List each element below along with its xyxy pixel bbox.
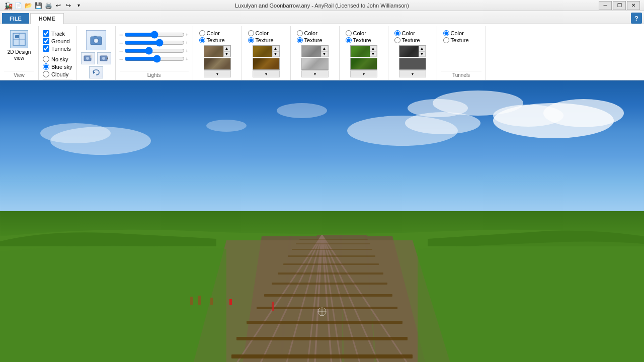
- underside-radios: Color Texture: [394, 30, 431, 43]
- sleepers-arrow-up[interactable]: ▲: [272, 46, 279, 51]
- restore-button[interactable]: ❐: [613, 1, 626, 10]
- sleepers-color-radio[interactable]: [248, 30, 254, 36]
- underside-dropdown-button[interactable]: ▾: [399, 70, 426, 77]
- help-button[interactable]: ?: [631, 13, 642, 24]
- ground-texture-radio-label[interactable]: Texture: [346, 37, 382, 43]
- sleepers-texture-radio[interactable]: [248, 37, 254, 43]
- print-icon[interactable]: 🖨️: [44, 2, 52, 10]
- sky-nosky-radio[interactable]: [43, 56, 49, 62]
- tunnels-group-content: Color Texture: [441, 26, 481, 71]
- ground-ct-group: Color Texture ▲: [344, 28, 384, 79]
- track-swatch-bottom[interactable]: [301, 58, 329, 70]
- redo-icon[interactable]: ↪: [64, 2, 72, 10]
- tunnels-texture-radio[interactable]: [443, 37, 449, 43]
- ground-dropdown-button[interactable]: ▾: [350, 70, 377, 77]
- light-range-2[interactable]: [124, 39, 185, 46]
- sky-nosky-label: No sky: [51, 56, 68, 62]
- app-icon: 🚂: [4, 2, 12, 10]
- light-range-4[interactable]: [124, 55, 185, 62]
- tunnels-color-label: Color: [451, 30, 464, 36]
- tab-file[interactable]: FILE: [2, 13, 29, 24]
- roadbed-swatch-row2: [204, 58, 231, 70]
- underside-group-content: Color Texture ▲: [392, 26, 433, 81]
- track-arrow-up[interactable]: ▲: [321, 46, 328, 51]
- roadbed-texture-radio[interactable]: [199, 37, 205, 43]
- minimize-button[interactable]: ─: [599, 1, 612, 10]
- underside-texture-radio-label[interactable]: Texture: [394, 37, 431, 43]
- light-range-3[interactable]: [124, 47, 185, 54]
- sky-cloudy-radio[interactable]: [43, 71, 49, 77]
- roadbed-dropdown-button[interactable]: ▾: [204, 70, 231, 77]
- track-color-radio[interactable]: [297, 30, 303, 36]
- show-ground-item: Ground: [43, 38, 72, 44]
- sleepers-arrow-down[interactable]: ▼: [272, 51, 279, 57]
- roadbed-swatch-top[interactable]: ▲ ▼: [204, 45, 231, 57]
- ground-swatch-bottom[interactable]: [350, 58, 377, 70]
- sleepers-texture-radio-label[interactable]: Texture: [248, 37, 284, 43]
- track-swatch-top[interactable]: ▲ ▼: [301, 45, 329, 57]
- ground-texture-radio[interactable]: [346, 37, 352, 43]
- open-icon[interactable]: 📂: [24, 2, 32, 10]
- track-scene-svg: [0, 80, 644, 362]
- tunnels-color-radio[interactable]: [443, 30, 449, 36]
- svg-rect-51: [229, 299, 232, 305]
- ground-color-radio-label[interactable]: Color: [346, 30, 382, 36]
- new-icon[interactable]: 📄: [14, 2, 22, 10]
- ground-arrow-down[interactable]: ▼: [370, 51, 377, 57]
- svg-rect-40: [264, 294, 392, 297]
- undo-icon[interactable]: ↩: [54, 2, 62, 10]
- ribbon-group-show: Track Ground Tunnels No sky: [39, 26, 77, 80]
- close-button[interactable]: ✕: [627, 1, 640, 10]
- tunnels-color-radio-label[interactable]: Color: [443, 30, 479, 36]
- snapshot-undo-button[interactable]: [89, 66, 103, 78]
- track-texture-radio[interactable]: [297, 37, 303, 43]
- track-dropdown-button[interactable]: ▾: [301, 70, 329, 77]
- underside-swatch-top[interactable]: ▲ ▼: [399, 45, 426, 57]
- underside-arrow-down[interactable]: ▼: [419, 51, 426, 57]
- show-track-checkbox[interactable]: [43, 30, 49, 37]
- snapshot-small-btn-1[interactable]: [81, 52, 95, 64]
- roadbed-arrow-down[interactable]: ▼: [223, 51, 230, 57]
- tab-home[interactable]: HOME: [30, 13, 64, 24]
- svg-rect-46: [296, 243, 370, 244]
- svg-marker-13: [93, 71, 95, 74]
- ground-color-radio[interactable]: [346, 30, 352, 36]
- 2d-design-view-button[interactable]: 2D Designview: [4, 28, 34, 63]
- slider-plus-3: +: [186, 48, 189, 54]
- ground-swatch-top[interactable]: ▲ ▼: [350, 45, 377, 57]
- light-range-1[interactable]: [124, 31, 185, 38]
- slider-minus-3: ─: [120, 48, 123, 54]
- track-texture-radio-label[interactable]: Texture: [297, 37, 333, 43]
- ground-arrow-up[interactable]: ▲: [370, 46, 377, 51]
- sleepers-dropdown-button[interactable]: ▾: [253, 70, 280, 77]
- underside-color-radio-label[interactable]: Color: [394, 30, 431, 36]
- snapshot-main-button[interactable]: [86, 30, 106, 50]
- underside-swatch-bottom[interactable]: [399, 58, 426, 70]
- sleepers-color-radio-label[interactable]: Color: [248, 30, 284, 36]
- dropdown-icon[interactable]: ▾: [74, 2, 83, 10]
- roadbed-color-radio-label[interactable]: Color: [199, 30, 235, 36]
- tunnels-group-label: Tunnels: [441, 71, 481, 80]
- roadbed-color-radio[interactable]: [199, 30, 205, 36]
- sleepers-swatch-bottom[interactable]: [253, 58, 280, 70]
- roadbed-radios: Color Texture: [199, 30, 235, 43]
- tunnels-radios: Color Texture: [443, 30, 479, 43]
- underside-texture-radio[interactable]: [394, 37, 400, 43]
- show-tunnels-checkbox[interactable]: [43, 45, 49, 52]
- show-ground-checkbox[interactable]: [43, 38, 49, 44]
- track-arrow-down[interactable]: ▼: [321, 51, 328, 57]
- save-icon[interactable]: 💾: [34, 2, 42, 10]
- sky-nosky-item: No sky: [43, 56, 72, 62]
- sky-bluesky-radio[interactable]: [43, 63, 49, 70]
- underside-arrow-up[interactable]: ▲: [419, 46, 426, 51]
- sleepers-swatch-top[interactable]: ▲ ▼: [253, 45, 280, 57]
- underside-swatch-row2: [399, 58, 426, 70]
- roadbed-texture-radio-label[interactable]: Texture: [199, 37, 235, 43]
- roadbed-swatch-bottom[interactable]: [204, 58, 231, 70]
- tunnels-texture-radio-label[interactable]: Texture: [443, 37, 479, 43]
- track-color-radio-label[interactable]: Color: [297, 30, 333, 36]
- underside-color-radio[interactable]: [394, 30, 400, 36]
- snapshot-small-btn-2[interactable]: [97, 52, 111, 64]
- roadbed-arrow-up[interactable]: ▲: [223, 46, 230, 51]
- viewport[interactable]: [0, 80, 644, 362]
